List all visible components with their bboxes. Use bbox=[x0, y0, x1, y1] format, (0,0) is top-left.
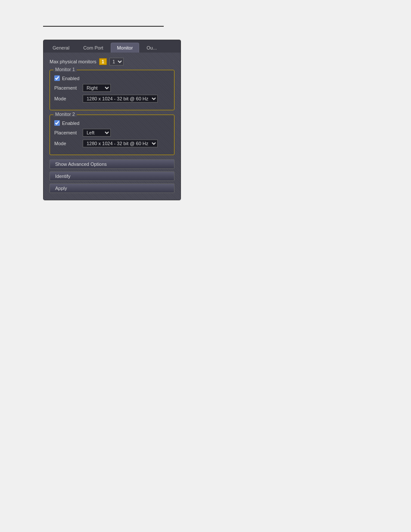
apply-button[interactable]: Apply bbox=[50, 184, 174, 193]
monitor1-placement-select[interactable]: Right Left Center Top Bottom bbox=[83, 84, 111, 92]
monitor1-enabled-label: Enabled bbox=[62, 76, 79, 81]
identify-button[interactable]: Identify bbox=[50, 171, 174, 181]
dialog-window: General Com Port Monitor Ou... Max physi… bbox=[43, 40, 181, 200]
monitor1-placement-row: Placement Right Left Center Top Bottom bbox=[54, 84, 170, 92]
monitor2-placement-select[interactable]: Left Right Center Top Bottom bbox=[83, 129, 111, 137]
monitor2-mode-row: Mode 1280 x 1024 - 32 bit @ 60 Hz 1920 x… bbox=[54, 140, 170, 147]
tab-bar: General Com Port Monitor Ou... bbox=[44, 40, 181, 53]
monitor1-enabled-checkbox[interactable] bbox=[54, 75, 60, 81]
monitor1-mode-label: Mode bbox=[54, 96, 80, 101]
monitor2-enabled-checkbox[interactable] bbox=[54, 120, 60, 126]
max-monitors-badge: 1 bbox=[99, 58, 107, 65]
monitor1-mode-select[interactable]: 1280 x 1024 - 32 bit @ 60 Hz 1920 x 1080… bbox=[83, 95, 158, 103]
max-monitors-select[interactable]: 1 2 3 4 bbox=[109, 58, 124, 65]
max-monitors-row: Max physical monitors 1 1 2 3 4 bbox=[50, 58, 174, 65]
action-buttons: Show Advanced Options Identify Apply bbox=[50, 159, 174, 193]
page-container: General Com Port Monitor Ou... Max physi… bbox=[0, 0, 411, 532]
monitor2-placement-label: Placement bbox=[54, 130, 80, 135]
monitor1-placement-label: Placement bbox=[54, 85, 80, 90]
monitor2-mode-label: Mode bbox=[54, 141, 80, 146]
max-monitors-label: Max physical monitors bbox=[50, 59, 97, 64]
divider-line bbox=[43, 26, 164, 27]
tab-monitor[interactable]: Monitor bbox=[111, 43, 140, 53]
monitor2-mode-select[interactable]: 1280 x 1024 - 32 bit @ 60 Hz 1920 x 1080… bbox=[83, 140, 158, 147]
monitor2-placement-row: Placement Left Right Center Top Bottom bbox=[54, 129, 170, 137]
monitor1-enabled-row: Enabled bbox=[54, 75, 170, 81]
monitor1-mode-row: Mode 1280 x 1024 - 32 bit @ 60 Hz 1920 x… bbox=[54, 95, 170, 103]
tab-other[interactable]: Ou... bbox=[140, 43, 163, 53]
monitor2-title: Monitor 2 bbox=[53, 112, 77, 117]
tab-general[interactable]: General bbox=[46, 43, 76, 53]
dialog-content: Max physical monitors 1 1 2 3 4 Monitor … bbox=[44, 53, 181, 200]
monitor2-group: Monitor 2 Enabled Placement Left Right C… bbox=[50, 115, 174, 155]
monitor1-title: Monitor 1 bbox=[53, 67, 77, 72]
monitor2-enabled-label: Enabled bbox=[62, 121, 79, 126]
tab-comport[interactable]: Com Port bbox=[77, 43, 109, 53]
monitor1-group: Monitor 1 Enabled Placement Right Left C… bbox=[50, 70, 174, 110]
monitor2-enabled-row: Enabled bbox=[54, 120, 170, 126]
show-advanced-button[interactable]: Show Advanced Options bbox=[50, 159, 174, 169]
